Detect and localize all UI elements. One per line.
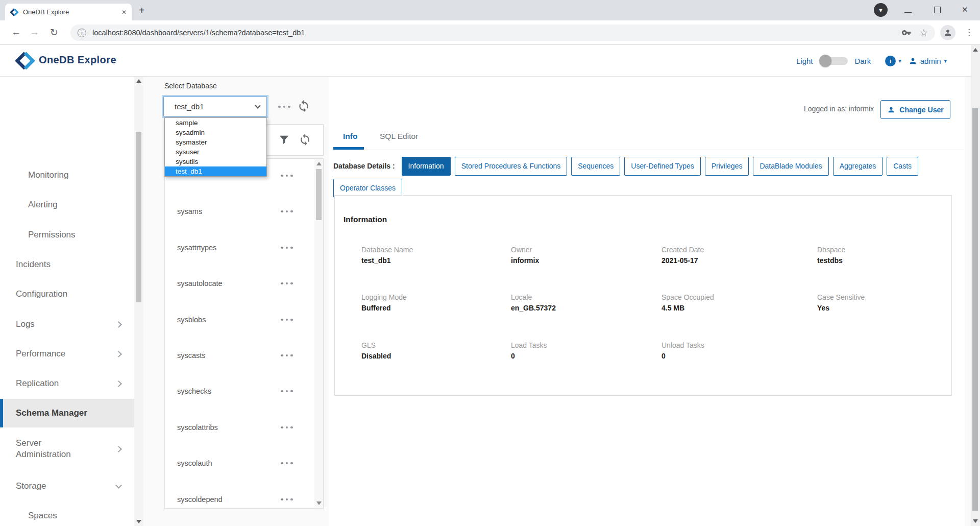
password-key-icon[interactable] [901,28,912,38]
window-minimize-button[interactable] [904,12,912,13]
sidebar-item-incidents[interactable]: Incidents [0,250,134,279]
onedb-logo-icon [15,51,35,70]
row-menu-icon[interactable] [281,498,293,501]
chip-aggregates[interactable]: Aggregates [833,157,883,176]
sidebar-item-performance[interactable]: Performance [0,339,134,369]
sidebar-scrollbar[interactable] [134,77,143,526]
scroll-down-arrow[interactable] [973,519,978,523]
browser-menu-icon[interactable]: ⋮ [965,27,973,38]
row-menu-icon[interactable] [281,462,293,465]
person-icon [887,106,895,114]
chip-sequences[interactable]: Sequences [571,157,620,176]
table-row-syscolauth[interactable]: syscolauth [165,445,314,481]
theme-toggle[interactable] [820,57,848,65]
table-list-scrollbar[interactable] [314,159,323,508]
sidebar-item-configuration[interactable]: Configuration [0,279,134,309]
sidebar-item-monitoring[interactable]: Monitoring [0,160,134,190]
database-select[interactable]: test_db1 [163,97,267,116]
database-refresh-button[interactable] [297,100,310,113]
tab-info[interactable]: Info [343,132,357,141]
browser-tab[interactable]: OneDB Explore ✕ [5,4,132,20]
app-title: OneDB Explore [39,54,116,66]
address-bar[interactable]: i localhost:8080/dashboard/servers/1/sch… [70,25,935,41]
sidebar-item-schema-manager[interactable]: Schema Manager [0,399,134,427]
chip-user-defined-types[interactable]: User-Defined Types [624,157,700,176]
page-scrollbar[interactable] [971,45,980,526]
tab-title: OneDB Explore [23,8,121,16]
scroll-up-arrow[interactable] [316,162,322,165]
scrollbar-thumb[interactable] [972,108,978,511]
dropdown-option-sample[interactable]: sample [165,118,266,128]
table-row-syschecks[interactable]: syschecks [165,373,314,409]
user-name: admin [920,57,941,65]
chip-privileges[interactable]: Privileges [705,157,749,176]
table-row-syscasts[interactable]: syscasts [165,338,314,373]
table-row-sysattrtypes[interactable]: sysattrtypes [165,230,314,266]
table-row-sysblobs[interactable]: sysblobs [165,302,314,338]
table-row-sysautolocate[interactable]: sysautolocate [165,266,314,301]
browser-update-icon[interactable]: ▼ [874,3,888,17]
scroll-down-arrow[interactable] [316,501,322,505]
sidebar-item-logs[interactable]: Logs [0,309,134,339]
chip-datablade-modules[interactable]: DataBlade Modules [753,157,828,176]
row-menu-icon[interactable] [281,390,293,393]
browser-toolbar: ← → ↻ i localhost:8080/dashboard/servers… [0,20,980,45]
table-row-sysams[interactable]: sysams [165,194,314,229]
database-details-chips: Database Details : Information Stored Pr… [333,157,965,198]
card-title: Information [344,215,387,224]
tab-close-icon[interactable]: ✕ [121,9,127,16]
change-user-button[interactable]: Change User [880,100,950,119]
dropdown-option-sysadmin[interactable]: sysadmin [165,128,266,137]
sidebar-item-permissions[interactable]: Permissions [0,220,134,250]
row-menu-icon[interactable] [281,426,293,429]
help-menu[interactable]: i ▾ [885,56,901,66]
dropdown-option-test-db1[interactable]: test_db1 [165,166,266,176]
browser-profile-avatar[interactable] [940,25,955,40]
window-maximize-button[interactable] [934,7,941,13]
url-text[interactable]: localhost:8080/dashboard/servers/1/schem… [92,29,901,37]
row-menu-icon[interactable] [281,282,293,285]
row-menu-icon[interactable] [281,210,293,213]
user-person-icon [909,57,917,65]
table-list-refresh-button[interactable] [299,133,311,146]
sidebar-item-server-administration[interactable]: Server Administration [0,433,134,465]
forward-icon: → [30,27,39,38]
tab-sql-editor[interactable]: SQL Editor [380,132,418,141]
sidebar-item-alerting[interactable]: Alerting [0,190,134,220]
sidebar-item-replication[interactable]: Replication [0,369,134,398]
filter-button[interactable] [278,134,290,146]
scrollbar-thumb[interactable] [136,132,141,302]
new-tab-button[interactable]: + [139,5,145,16]
chevron-right-icon [115,446,122,452]
sidebar-item-spaces[interactable]: Spaces [0,501,134,526]
row-menu-icon[interactable] [281,247,293,249]
chevron-down-icon [115,482,122,489]
database-more-button[interactable] [276,100,293,113]
dropdown-option-sysmaster[interactable]: sysmaster [165,137,266,147]
site-info-icon[interactable]: i [78,29,86,37]
scroll-up-arrow[interactable] [136,79,141,83]
field-locale: Locale en_GB.57372 [511,293,644,312]
reload-icon[interactable]: ↻ [50,27,58,38]
bookmark-star-icon[interactable]: ☆ [920,27,928,38]
dropdown-option-sysutils[interactable]: sysutils [165,157,266,166]
row-menu-icon[interactable] [281,354,293,357]
chip-information[interactable]: Information [402,157,451,176]
scroll-up-arrow[interactable] [973,48,978,52]
database-details-label: Database Details : [333,157,395,176]
chip-stored-procedures[interactable]: Stored Procedures & Functions [455,157,568,176]
row-menu-icon[interactable] [281,175,293,177]
dropdown-option-sysuser[interactable]: sysuser [165,147,266,157]
table-row-syscoldepend[interactable]: syscoldepend [165,482,314,509]
row-menu-icon[interactable] [281,319,293,321]
chip-casts[interactable]: Casts [887,157,918,176]
scroll-down-arrow[interactable] [136,520,141,523]
theme-dark-label: Dark [855,57,871,65]
field-created-date: Created Date 2021-05-17 [662,246,794,265]
user-menu[interactable]: admin ▾ [909,57,947,65]
scrollbar-thumb[interactable] [316,169,322,220]
back-icon[interactable]: ← [11,27,21,38]
table-row-syscolattribs[interactable]: syscolattribs [165,410,314,445]
window-close-button[interactable]: ✕ [962,5,968,14]
sidebar-item-storage[interactable]: Storage [0,471,134,501]
